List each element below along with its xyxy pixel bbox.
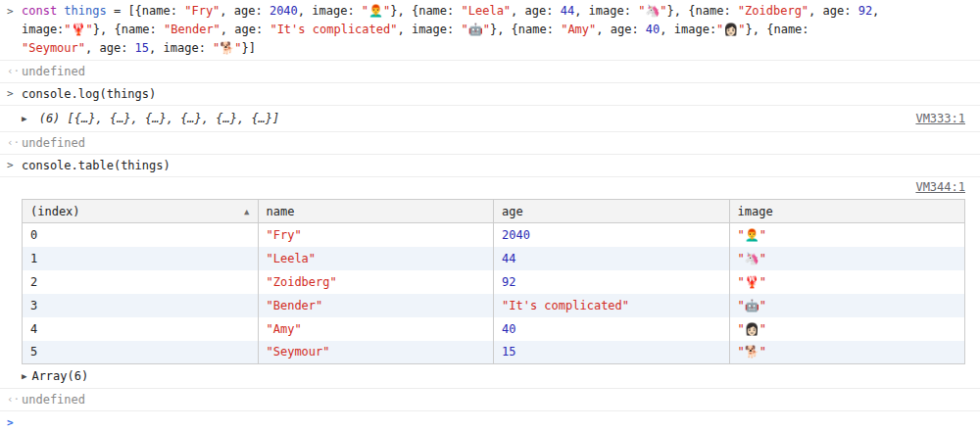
console-entry-input-command: > const things = [{name: "Fry", age: 204… xyxy=(0,0,980,61)
command-chevron-icon: > xyxy=(7,158,19,173)
table-cell: 3 xyxy=(23,294,259,317)
table-row: 4"Amy"40"👩🏻" xyxy=(23,317,965,341)
column-header-index[interactable]: (index) ▲ xyxy=(23,200,259,223)
console-entry-log-command: > console.log(things) xyxy=(0,83,980,106)
table-cell: 92 xyxy=(494,270,730,294)
table-cell: 1 xyxy=(23,247,259,270)
console-prompt[interactable]: > xyxy=(0,411,980,431)
table-cell: "Bender" xyxy=(258,294,494,317)
command-chevron-icon: > xyxy=(7,2,19,21)
table-cell: "Fry" xyxy=(258,223,494,247)
table-cell: 15 xyxy=(494,341,730,364)
array-preview[interactable]: (6) [{…}, {…}, {…}, {…}, {…}, {…}] xyxy=(39,112,280,125)
table-cell: "Seymour" xyxy=(258,341,494,364)
return-value-icon: ‹· xyxy=(7,64,19,79)
result-undefined: undefined xyxy=(22,65,85,78)
expand-array-icon[interactable]: ▶ xyxy=(22,114,26,123)
table-cell: "🦞" xyxy=(729,270,965,294)
table-row: 2"Zoidberg"92"🦞" xyxy=(23,270,965,294)
table-source-object: ▶Array(6) xyxy=(22,364,965,385)
table-cell: 0 xyxy=(23,223,259,247)
return-value-icon: ‹· xyxy=(7,135,19,151)
console-input[interactable] xyxy=(22,415,965,431)
console-entry-table-output: VM344:1 (index) ▲ name age image 0"Fry"2… xyxy=(0,177,980,389)
source-link-vm344[interactable]: VM344:1 xyxy=(915,180,965,194)
table-cell: 2 xyxy=(23,270,259,294)
table-body: 0"Fry"2040"👨‍🦰"1"Leela"44"🦄"2"Zoidberg"9… xyxy=(23,223,965,364)
result-undefined: undefined xyxy=(22,136,85,150)
table-cell: "🦄" xyxy=(729,247,965,270)
table-row: 0"Fry"2040"👨‍🦰" xyxy=(23,223,965,247)
table-cell: "👨‍🦰" xyxy=(729,223,965,247)
column-header-label: age xyxy=(502,205,523,218)
table-cell: 4 xyxy=(23,317,259,341)
table-cell: "Amy" xyxy=(258,317,494,341)
table-cell: 40 xyxy=(494,317,730,341)
sort-ascending-icon: ▲ xyxy=(244,204,249,219)
console-entry-log-output: ▶ (6) [{…}, {…}, {…}, {…}, {…}, {…}] VM3… xyxy=(0,106,980,132)
table-cell: "👩🏻" xyxy=(729,317,965,341)
table-row: 3"Bender""It's complicated""🤖" xyxy=(23,294,965,317)
input-expression: const things = [{name: "Fry", age: 2040,… xyxy=(22,2,965,58)
table-row: 5"Seymour"15"🐕" xyxy=(23,341,965,364)
table-cell: 5 xyxy=(23,341,259,364)
array-source-label[interactable]: Array(6) xyxy=(31,369,88,383)
source-link-vm333[interactable]: VM333:1 xyxy=(915,111,965,126)
table-row: 1"Leela"44"🦄" xyxy=(23,247,965,270)
table-cell: "It's complicated" xyxy=(494,294,730,317)
command-chevron-icon: > xyxy=(7,86,19,102)
column-header-age[interactable]: age xyxy=(494,200,730,223)
column-header-label: (index) xyxy=(30,204,80,219)
source-link-row: VM344:1 xyxy=(22,180,965,197)
result-undefined: undefined xyxy=(22,393,85,407)
log-command-text: console.log(things) xyxy=(22,87,156,101)
console-table: (index) ▲ name age image 0"Fry"2040"👨‍🦰"… xyxy=(22,199,965,364)
table-cell: "🐕" xyxy=(729,341,965,364)
prompt-chevron-icon: > xyxy=(7,415,19,431)
table-header-row: (index) ▲ name age image xyxy=(23,200,965,223)
table-cell: "🤖" xyxy=(729,294,965,317)
column-header-label: image xyxy=(738,205,773,218)
console-entry-result: ‹· undefined xyxy=(0,389,980,411)
table-command-text: console.table(things) xyxy=(22,159,171,172)
table-cell: "Leela" xyxy=(258,247,494,270)
console-entry-result: ‹· undefined xyxy=(0,61,980,83)
return-value-icon: ‹· xyxy=(7,392,19,407)
console-entry-result: ‹· undefined xyxy=(0,132,980,155)
console-entry-table-command: > console.table(things) xyxy=(0,155,980,177)
table-cell: 44 xyxy=(494,247,730,270)
table-cell: "Zoidberg" xyxy=(258,270,494,294)
table-cell: 2040 xyxy=(494,223,730,247)
expand-array-icon[interactable]: ▶ xyxy=(22,371,26,381)
column-header-name[interactable]: name xyxy=(258,200,494,223)
column-header-label: name xyxy=(267,205,295,218)
column-header-image[interactable]: image xyxy=(729,200,965,223)
devtools-console: > const things = [{name: "Fry", age: 204… xyxy=(0,0,980,431)
